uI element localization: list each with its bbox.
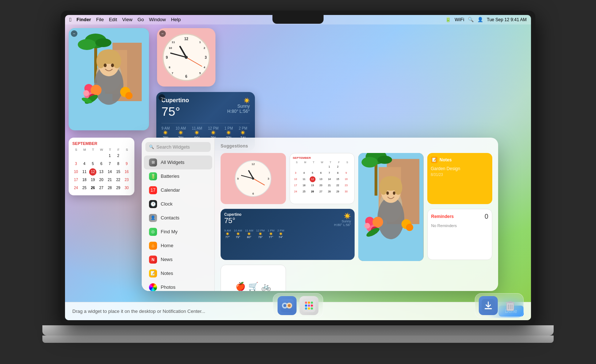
svg-point-29 — [362, 157, 378, 167]
menu-finder[interactable]: Finder — [76, 17, 91, 22]
suggestions-grid: 12 3 6 9 — [221, 153, 492, 291]
clock-face: 12 3 6 9 1 11 2 10 4 8 5 7 — [163, 34, 210, 81]
svg-point-38 — [393, 191, 396, 195]
search-bar[interactable]: 🔍 Search Widgets — [145, 142, 211, 152]
menu-window[interactable]: Window — [149, 17, 166, 22]
svg-point-52 — [283, 304, 286, 307]
svg-point-46 — [406, 223, 413, 231]
instruction-text: Drag a widget to place it on the desktop… — [72, 309, 205, 314]
sidebar-item-calendar[interactable]: 17 Calendar — [144, 183, 212, 197]
svg-point-32 — [377, 197, 404, 239]
svg-point-60 — [311, 304, 313, 307]
sidebar-item-clock[interactable]: 🕐 Clock — [144, 197, 212, 211]
sidebar-item-news[interactable]: N News — [144, 253, 212, 267]
photo-widget: − — [69, 28, 149, 130]
sidebar-item-findmy[interactable]: ◎ Find My — [144, 225, 212, 239]
notes-widget-title: Notes — [440, 157, 452, 162]
dock-finder[interactable] — [278, 296, 297, 315]
menubar-battery-icon: 🔋 — [445, 17, 451, 22]
weather-city: Cupertino — [161, 97, 189, 104]
reminders-widget-title: Reminders — [431, 214, 454, 219]
widget-content: Suggestions 12 3 6 9 — [215, 138, 498, 291]
dock-launchpad[interactable] — [299, 296, 318, 315]
svg-point-37 — [386, 191, 389, 195]
menubar-wifi-icon: WiFi — [455, 17, 464, 22]
mini-cal-month: SEPTEMBER — [293, 156, 352, 160]
notes-note-title: Garden Design — [431, 166, 489, 171]
svg-point-53 — [288, 304, 291, 307]
mini-weather-hours: 9 AM☀️77° 10 AM☀️79° 11 AM☀️80° 12 PM☀️7… — [224, 229, 351, 239]
sidebar-item-home[interactable]: ⌂ Home — [144, 239, 212, 253]
reminders-items-card[interactable]: 🍎🛒🚲 Add Your Items — [221, 265, 286, 291]
sidebar-item-batteries[interactable]: 🔋 Batteries — [144, 169, 212, 183]
svg-point-36 — [394, 180, 402, 195]
sidebar-item-contacts[interactable]: 👤 Contacts — [144, 211, 212, 225]
calendar-widget-desktop: SEPTEMBER SMTWTFS 12 3456789 10111213141… — [69, 138, 134, 195]
sidebar-label-contacts: Contacts — [161, 215, 179, 221]
svg-point-5 — [78, 39, 96, 50]
svg-point-59 — [308, 304, 310, 307]
svg-rect-65 — [485, 308, 492, 309]
menu-file[interactable]: File — [96, 17, 104, 22]
laptop-base-bottom — [42, 336, 554, 343]
photos-icon — [149, 283, 157, 291]
news-icon: N — [149, 256, 157, 264]
weather-widget-close[interactable]: − — [158, 94, 165, 101]
weather-condition: Sunny H:80° L:56° — [227, 104, 250, 114]
weather-sun-icon: ☀️ — [244, 97, 250, 103]
svg-point-35 — [379, 180, 387, 195]
sidebar-item-notes[interactable]: 📝 Notes — [144, 267, 212, 280]
widget-sidebar: 🔍 Search Widgets ⊞ All Widgets 🔋 Batteri… — [142, 138, 215, 291]
menu-view[interactable]: View — [122, 17, 133, 22]
photo-suggestion-card[interactable] — [358, 153, 424, 261]
notes-icon: 📝 — [149, 269, 157, 277]
svg-rect-68 — [508, 301, 512, 303]
svg-point-58 — [305, 304, 307, 307]
clock-second-hand — [186, 57, 202, 67]
reminders-empty-text: No Reminders — [431, 223, 489, 228]
calendar-suggestion-card[interactable]: SEPTEMBER SMTWTFS 12 3456789 10111213141… — [290, 153, 355, 204]
svg-point-6 — [95, 38, 111, 47]
notes-date: 8/31/23 — [431, 173, 489, 177]
sidebar-item-photos[interactable]: Photos — [144, 280, 212, 291]
mini-clock-face: 12 3 6 9 — [235, 160, 271, 197]
dock-trash[interactable] — [501, 296, 520, 315]
svg-point-62 — [308, 307, 310, 310]
clock-widget: − 12 3 6 9 1 11 2 10 4 8 — [157, 28, 215, 87]
search-placeholder: Search Widgets — [156, 144, 190, 150]
sidebar-label-news: News — [161, 257, 173, 262]
clock-sidebar-icon: 🕐 — [149, 200, 157, 208]
menu-go[interactable]: Go — [138, 17, 144, 22]
sidebar-label-home: Home — [161, 243, 173, 248]
sidebar-label-all: All Widgets — [161, 160, 184, 165]
suggestions-label: Suggestions — [221, 143, 492, 149]
menubar-search-icon[interactable]: 🔍 — [468, 17, 474, 22]
menu-help[interactable]: Help — [171, 17, 181, 22]
batteries-icon: 🔋 — [149, 172, 157, 180]
notes-suggestion-card[interactable]: 📝 Notes Garden Design 8/31/23 — [427, 153, 493, 204]
menu-edit[interactable]: Edit — [109, 17, 117, 22]
sidebar-label-calendar: Calendar — [161, 187, 180, 193]
reminders-suggestion-card[interactable]: Reminders 0 No Reminders — [427, 209, 493, 260]
apple-menu[interactable]:  — [69, 16, 71, 23]
svg-point-14 — [111, 64, 114, 67]
widget-panel: 🔍 Search Widgets ⊞ All Widgets 🔋 Batteri… — [142, 138, 498, 291]
reminders-count: 0 — [485, 213, 488, 221]
mini-weather-temp: 75° — [224, 217, 241, 225]
dock-downloads[interactable] — [479, 296, 498, 315]
calendar-icon: 17 — [149, 186, 157, 194]
clock-widget-close[interactable]: − — [159, 30, 166, 37]
svg-point-61 — [305, 307, 307, 310]
sidebar-label-batteries: Batteries — [161, 173, 179, 179]
weather-suggestion-card[interactable]: Cupertino 75° ☀️ SunnyH:80° L:56° — [221, 209, 355, 260]
menubar-user-icon[interactable]: 👤 — [477, 17, 483, 22]
photo-widget-close[interactable]: − — [71, 30, 77, 37]
clock-suggestion-card[interactable]: 12 3 6 9 — [221, 153, 286, 204]
svg-point-23 — [125, 92, 133, 99]
svg-point-19 — [83, 90, 89, 96]
svg-point-13 — [104, 64, 107, 67]
laptop-base — [42, 325, 554, 336]
sidebar-label-photos: Photos — [161, 284, 175, 290]
contacts-icon: 👤 — [149, 214, 157, 222]
sidebar-item-all-widgets[interactable]: ⊞ All Widgets — [144, 156, 212, 169]
